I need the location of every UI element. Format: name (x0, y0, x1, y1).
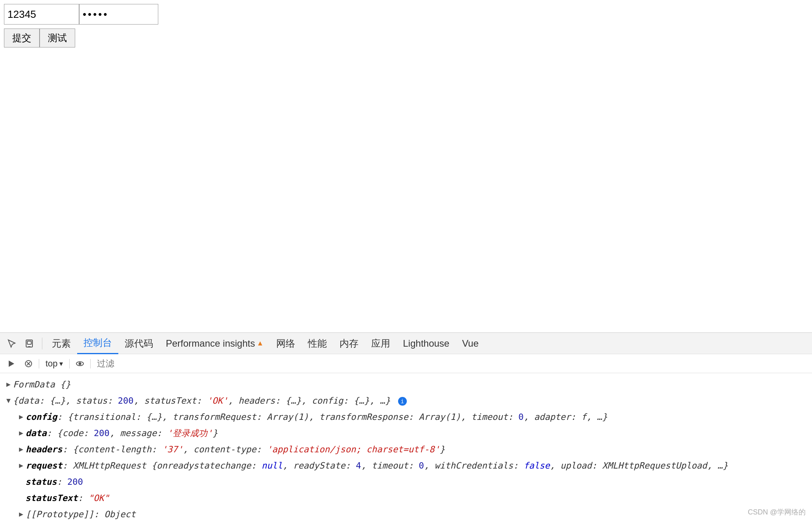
console-line-response: ▼ {data: {…}, status: 200, statusText: '… (6, 393, 806, 409)
console-line-formdata: ▶ FormData {} (6, 376, 806, 393)
console-line-status: status: 200 (6, 474, 806, 490)
console-line-config: ▶ config: {transitional: {…}, transformR… (6, 409, 806, 425)
console-line-prototype: ▶ [[Prototype]]: Object (6, 506, 806, 520)
clear-console-icon[interactable] (21, 357, 36, 371)
tab-performance-insights[interactable]: Performance insights ▲ (159, 333, 270, 354)
console-line-data: ▶ data: {code: 200, message: '登录成功'} (6, 425, 806, 441)
execute-icon[interactable] (4, 357, 18, 371)
expand-formdata[interactable]: ▶ (6, 379, 11, 389)
devtools-tabs-bar: 元素 控制台 源代码 Performance insights ▲ 网络 性能 … (0, 333, 812, 354)
filter-input[interactable] (94, 357, 808, 370)
warning-icon: ▲ (256, 339, 264, 347)
info-badge: i (398, 397, 407, 406)
console-line-statustext: statusText: "OK" (6, 490, 806, 506)
tab-memory[interactable]: 内存 (333, 333, 365, 354)
context-dropdown-arrow: ▾ (59, 359, 63, 368)
expand-response[interactable]: ▼ (6, 395, 11, 406)
test-button[interactable]: 测试 (40, 28, 75, 47)
tab-application[interactable]: 应用 (365, 333, 397, 354)
tab-separator-1 (42, 338, 42, 349)
expand-prototype[interactable]: ▶ (19, 509, 23, 519)
form-buttons: 提交 测试 (4, 28, 808, 47)
svg-rect-2 (27, 341, 31, 344)
devtools-toolbar: top ▾ (0, 354, 812, 373)
tab-network[interactable]: 网络 (270, 333, 302, 354)
console-line-headers: ▶ headers: {content-length: '37', conten… (6, 441, 806, 457)
username-input[interactable] (4, 4, 79, 25)
expand-data[interactable]: ▶ (19, 427, 23, 438)
expand-request[interactable]: ▶ (19, 460, 23, 471)
svg-marker-3 (9, 361, 14, 367)
page-content: 提交 测试 (0, 0, 812, 332)
tab-source[interactable]: 源代码 (118, 333, 159, 354)
tab-console[interactable]: 控制台 (77, 333, 118, 354)
tab-lighthouse[interactable]: Lighthouse (397, 333, 455, 354)
eye-icon[interactable] (73, 357, 87, 371)
toolbar-sep-3 (90, 359, 91, 368)
context-selector[interactable]: top ▾ (42, 357, 66, 370)
tab-vue[interactable]: Vue (456, 333, 485, 354)
toolbar-sep-1 (39, 359, 39, 368)
tab-performance[interactable]: 性能 (302, 333, 333, 354)
submit-button[interactable]: 提交 (4, 28, 40, 47)
svg-point-8 (79, 362, 81, 364)
inspect-icon[interactable] (4, 336, 20, 351)
tab-elements[interactable]: 元素 (46, 333, 77, 354)
console-output: ▶ FormData {} ▼ {data: {…}, status: 200,… (0, 373, 812, 520)
devtools-panel: 元素 控制台 源代码 Performance insights ▲ 网络 性能 … (0, 332, 812, 520)
expand-config[interactable]: ▶ (19, 411, 23, 422)
login-form (4, 4, 808, 25)
device-icon[interactable] (21, 336, 37, 351)
toolbar-sep-2 (69, 359, 70, 368)
console-line-request: ▶ request: XMLHttpRequest {onreadystatec… (6, 457, 806, 474)
watermark: CSDN @学网络的 (748, 507, 806, 517)
password-input[interactable] (79, 4, 158, 25)
expand-headers[interactable]: ▶ (19, 444, 23, 454)
